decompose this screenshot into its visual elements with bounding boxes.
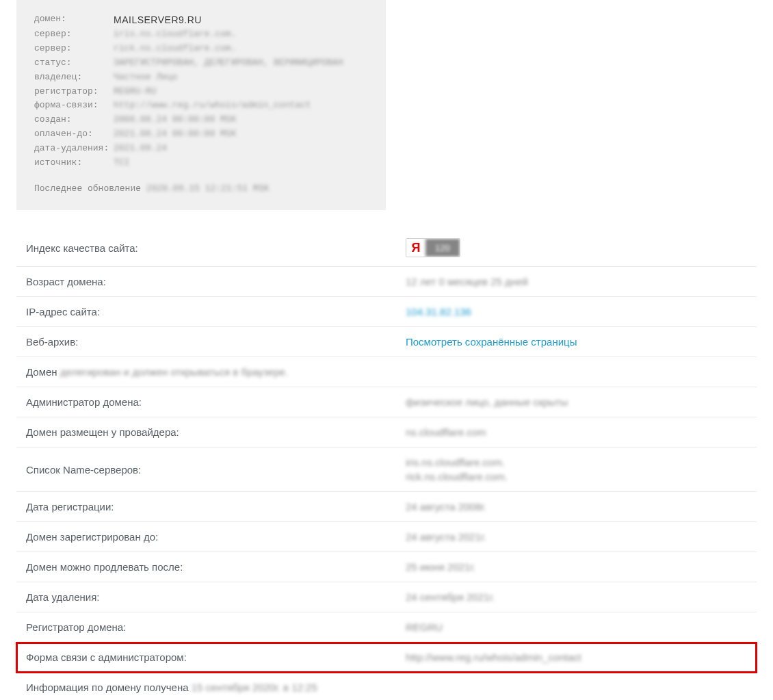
whois-label: регистратор: xyxy=(34,85,114,99)
info-label: Дата удаления: xyxy=(26,591,406,603)
whois-row: сервер:iris.ns.cloudflare.com. xyxy=(34,27,368,42)
info-row: Индекс качества сайта:Я120 xyxy=(16,229,757,267)
whois-row: источник:TCI xyxy=(34,156,368,170)
whois-label: источник: xyxy=(34,156,114,170)
whois-label: форма-связи: xyxy=(34,99,114,113)
info-fullrow-label: Информация по домену получена 15 сентябр… xyxy=(26,682,317,693)
whois-row: форма-связи:http://www.reg.ru/whois/admi… xyxy=(34,99,368,113)
info-label: Домен можно продлевать после: xyxy=(26,561,406,573)
whois-label: дата-удаления: xyxy=(34,142,114,156)
yandex-letter-icon: Я xyxy=(406,239,425,257)
whois-row: дата-удаления:2021.09.24 xyxy=(34,142,368,156)
whois-footer-label: Последнее обновление xyxy=(34,183,146,194)
info-row: Возраст домена:12 лет 0 месяцев 25 дней xyxy=(16,267,757,297)
whois-box: домен:MAILSERVER9.RUсервер:iris.ns.cloud… xyxy=(16,0,386,210)
info-row: Дата регистрации:24 августа 2008г. xyxy=(16,492,757,522)
info-value: 25 июня 2021г. xyxy=(406,561,475,573)
whois-label: домен: xyxy=(34,12,114,27)
info-fullrow-value: делегирован и должен открываться в брауз… xyxy=(60,366,288,378)
info-row: Дата удаления:24 сентября 2021г. xyxy=(16,582,757,612)
whois-value: 2021.09.24 xyxy=(114,142,167,156)
info-label: IP-адрес сайта: xyxy=(26,306,406,317)
info-value: http://www.reg.ru/whois/admin_contact xyxy=(406,651,581,663)
info-value: ns.cloudflare.com xyxy=(406,426,486,438)
whois-value: TCI xyxy=(114,156,129,170)
info-row: Домен зарегистрирован до:24 августа 2021… xyxy=(16,522,757,552)
info-label: Форма связи с администратором: xyxy=(26,651,406,663)
info-table: Индекс качества сайта:Я120Возраст домена… xyxy=(16,229,757,700)
info-value: REGRU xyxy=(406,621,443,633)
whois-label: создан: xyxy=(34,113,114,127)
info-label: Администратор домена: xyxy=(26,396,406,408)
whois-row: домен:MAILSERVER9.RU xyxy=(34,12,368,27)
whois-value: REGRU-RU xyxy=(114,85,156,99)
whois-row: регистратор:REGRU-RU xyxy=(34,85,368,99)
info-label: Домен зарегистрирован до: xyxy=(26,531,406,543)
info-row: Информация по домену получена 15 сентябр… xyxy=(16,673,757,700)
info-label: Домен размещен у провайдера: xyxy=(26,426,406,438)
info-label: Дата регистрации: xyxy=(26,501,406,513)
info-label: Индекс качества сайта: xyxy=(26,242,406,254)
whois-footer: Последнее обновление 2020.09.15 12:21:51… xyxy=(34,182,368,196)
whois-label: сервер: xyxy=(34,42,114,56)
whois-value: Частное Лицо xyxy=(114,70,178,85)
info-label: Возраст домена: xyxy=(26,276,406,287)
whois-row: статус:ЗАРЕГИСТРИРОВАН, ДЕЛЕГИРОВАН, ВЕР… xyxy=(34,56,368,70)
whois-label: статус: xyxy=(34,56,114,70)
info-row: Домен можно продлевать после:25 июня 202… xyxy=(16,552,757,582)
whois-value: ЗАРЕГИСТРИРОВАН, ДЕЛЕГИРОВАН, ВЕРИФИЦИРО… xyxy=(114,56,343,70)
info-row: Администратор домена:физическое лицо, да… xyxy=(16,387,757,417)
whois-row: создан:2008.08.24 00:00:00 MSK xyxy=(34,113,368,127)
whois-value: 2021.08.24 00:00:00 MSK xyxy=(114,127,236,142)
info-value: 24 сентября 2021г. xyxy=(406,591,495,603)
info-row: Веб-архив:Посмотреть сохранённые страниц… xyxy=(16,327,757,357)
info-fullrow-value: 15 сентября 2020г. в 12:25 xyxy=(192,682,317,693)
info-value: 24 августа 2021г. xyxy=(406,531,486,543)
info-row: Форма связи с администратором:http://www… xyxy=(16,643,757,673)
yandex-score: 120 xyxy=(425,239,460,257)
info-value-link[interactable]: 104.31.82.136 xyxy=(406,306,471,317)
info-label: Веб-архив: xyxy=(26,336,406,348)
whois-value: rick.ns.cloudflare.com. xyxy=(114,42,236,56)
info-row: IP-адрес сайта:104.31.82.136 xyxy=(16,297,757,327)
info-value: 24 августа 2008г. xyxy=(406,501,486,513)
whois-label: сервер: xyxy=(34,27,114,42)
whois-domain-value: MAILSERVER9.RU xyxy=(114,12,202,27)
whois-value: 2008.08.24 00:00:00 MSK xyxy=(114,113,236,127)
info-row: Домен размещен у провайдера:ns.cloudflar… xyxy=(16,417,757,448)
info-value: 12 лет 0 месяцев 25 дней xyxy=(406,276,528,287)
info-value: физическое лицо, данные скрыты xyxy=(406,396,568,408)
whois-footer-value: 2020.09.15 12:21:51 MSK xyxy=(146,183,269,194)
info-row: Регистратор домена:REGRU xyxy=(16,612,757,643)
info-fullrow-label: Домен делегирован и должен открываться в… xyxy=(26,366,288,378)
info-label: Список Name-серверов: xyxy=(26,464,406,476)
yandex-quality-badge[interactable]: Я120 xyxy=(406,238,460,257)
whois-label: оплачен-до: xyxy=(34,127,114,142)
whois-value: iris.ns.cloudflare.com. xyxy=(114,27,236,42)
whois-row: сервер:rick.ns.cloudflare.com. xyxy=(34,42,368,56)
whois-value: http://www.reg.ru/whois/admin_contact xyxy=(114,99,311,113)
info-label: Регистратор домена: xyxy=(26,621,406,633)
whois-row: владелец:Частное Лицо xyxy=(34,70,368,85)
info-value: iris.ns.cloudflare.com.rick.ns.cloudflar… xyxy=(406,456,508,482)
info-value-link[interactable]: Посмотреть сохранённые страницы xyxy=(406,336,577,348)
whois-label: владелец: xyxy=(34,70,114,85)
whois-row: оплачен-до:2021.08.24 00:00:00 MSK xyxy=(34,127,368,142)
info-row: Список Name-серверов:iris.ns.cloudflare.… xyxy=(16,448,757,492)
info-row: Домен делегирован и должен открываться в… xyxy=(16,357,757,387)
